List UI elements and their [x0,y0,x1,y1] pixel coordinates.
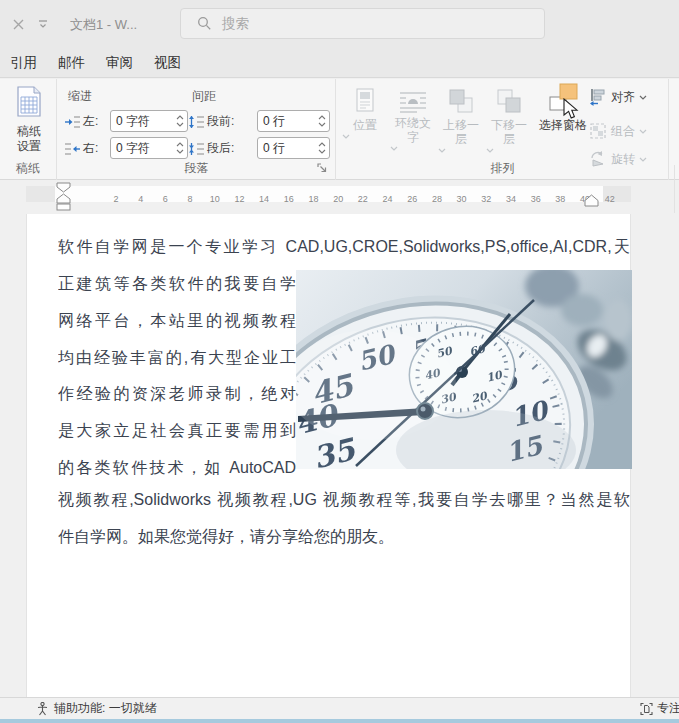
tab-review[interactable]: 审阅 [106,54,133,72]
spacing-before-value: 0 行 [258,113,315,130]
ruler[interactable]: 24681012141618202224262830323436384042 [0,181,679,213]
group-label-paragraph: 段落 [58,160,335,177]
chevron-down-icon [438,148,446,153]
chevron-down-icon [390,146,398,151]
ruler-number: 18 [307,193,321,205]
title-bar: 文档1 - W... 搜索 [0,0,679,48]
spacing-after-spin-buttons[interactable] [315,138,329,158]
group-manuscript: 稿纸设置 稿纸 [0,79,57,180]
group-objects-label: 组合 [611,123,635,140]
bring-forward-button[interactable]: 上移一层 [438,84,484,172]
ruler-number: 22 [356,193,370,205]
ruler-number: 6 [158,193,172,205]
spacing-before-spin-buttons[interactable] [315,111,329,131]
close-button[interactable] [8,14,28,34]
ruler-number: 2 [109,193,123,205]
indent-left-value: 0 字符 [111,113,173,130]
chevron-down-icon [486,148,494,153]
ruler-number: 30 [455,193,469,205]
indent-left-icon [64,115,81,129]
align-label: 对齐 [611,89,635,106]
send-backward-button[interactable]: 下移一层 [486,84,532,172]
send-backward-label: 下移一层 [486,118,532,146]
tab-view[interactable]: 视图 [154,54,181,72]
accessibility-status-button[interactable]: 辅助功能: 一切就绪 [36,698,157,719]
ruler-number: 36 [529,193,543,205]
document-area: 软件自学网是一个专业学习 CAD,UG,CROE,Solidworks,PS,o… [0,213,679,697]
group-objects-icon [589,122,607,140]
search-icon [197,16,212,31]
status-bar: 辅助功能: 一切就绪 专注 [0,697,679,719]
indent-right-row: 右: [64,137,98,160]
indent-right-spin-buttons[interactable] [173,138,187,158]
indent-right-spinner[interactable]: 0 字符 [110,137,188,159]
selection-pane-label: 选择窗格 [534,118,592,132]
tab-references[interactable]: 引用 [10,54,37,72]
group-label-arrange: 排列 [337,160,668,177]
word-window: 文档1 - W... 搜索 引用 邮件 审阅 视图 [0,0,679,723]
indent-left-row: 左: [64,110,98,133]
doc-line[interactable]: 视频教程,Solidworks 视频教程,UG 视频教程等,我要自学去哪里？当然… [58,489,630,510]
group-objects-button[interactable]: 组合 [589,121,647,141]
ruler-number: 14 [257,193,271,205]
accessibility-status-text: 辅助功能: 一切就绪 [54,700,157,717]
paragraph-dialog-launcher[interactable] [317,163,328,174]
ruler-numbers: 24681012141618202224262830323436384042 [109,193,617,205]
spacing-after-label: 段后: [207,140,234,157]
chevron-down-icon [639,95,647,100]
ribbon-display-options-button[interactable] [34,16,52,32]
spacing-before-row: 段前: [188,110,234,133]
ruler-number: 24 [381,193,395,205]
ruler-number: 10 [208,193,222,205]
ruler-number: 8 [183,193,197,205]
indent-header: 缩进 [68,88,92,105]
doc-line[interactable]: 是大家立足社会真正要需用到 [58,420,296,441]
position-button[interactable]: 位置 [342,84,388,172]
doc-line[interactable]: 作经验的资深老师录制，绝对 [58,383,296,404]
align-icon [589,88,607,106]
spacing-before-icon [188,115,205,129]
focus-icon [640,702,653,716]
spacing-before-spinner[interactable]: 0 行 [257,110,330,132]
tab-mailings[interactable]: 邮件 [58,54,85,72]
align-button[interactable]: 对齐 [589,87,647,107]
group-label-manuscript: 稿纸 [0,160,56,177]
stopwatch-image[interactable]: 45 50 55 5 10 15 40 35 [296,270,632,469]
spacing-before-label: 段前: [207,113,234,130]
doc-line[interactable]: 软件自学网是一个专业学习 CAD,UG,CROE,Solidworks,PS,o… [58,236,630,257]
doc-line[interactable]: 网络平台，本站里的视频教程 [58,310,296,331]
indent-right-icon [64,142,81,156]
focus-mode-button[interactable]: 专注 [640,698,679,719]
doc-line[interactable]: 均由经验丰富的,有大型企业工 [58,347,296,368]
doc-line[interactable]: 的各类软件技术，如 AutoCAD [58,457,296,478]
first-line-indent-marker[interactable] [56,182,71,193]
search-placeholder: 搜索 [222,15,249,33]
spacing-after-value: 0 行 [258,140,315,157]
doc-line[interactable]: 件自学网。如果您觉得好，请分享给您的朋友。 [58,526,394,547]
left-indent-marker[interactable] [56,203,71,211]
document-page[interactable]: 软件自学网是一个专业学习 CAD,UG,CROE,Solidworks,PS,o… [26,214,631,697]
right-indent-marker[interactable] [584,194,599,207]
position-label: 位置 [342,118,388,132]
ruler-number: 12 [232,193,246,205]
wrap-text-icon [399,90,427,114]
manuscript-setup-button[interactable]: 稿纸设置 [8,86,50,154]
indent-left-spin-buttons[interactable] [173,111,187,131]
ribbon-tab-row: 引用 邮件 审阅 视图 [0,48,679,78]
ruler-number: 42 [603,193,617,205]
indent-left-spinner[interactable]: 0 字符 [110,110,188,132]
position-icon [354,88,376,114]
ruler-number: 26 [405,193,419,205]
ruler-number: 32 [479,193,493,205]
ruler-number: 20 [331,193,345,205]
spacing-after-icon [188,142,205,156]
accessibility-icon [36,702,49,716]
spacing-after-spinner[interactable]: 0 行 [257,137,330,159]
ruler-number: 28 [430,193,444,205]
chevron-down-icon [639,129,647,134]
ruler-number: 16 [282,193,296,205]
doc-line[interactable]: 正建筑等各类软件的我要自学 [58,273,296,294]
search-input[interactable]: 搜索 [180,8,545,39]
wrap-text-button[interactable]: 环绕文字 [390,84,436,172]
send-backward-icon [496,88,522,114]
